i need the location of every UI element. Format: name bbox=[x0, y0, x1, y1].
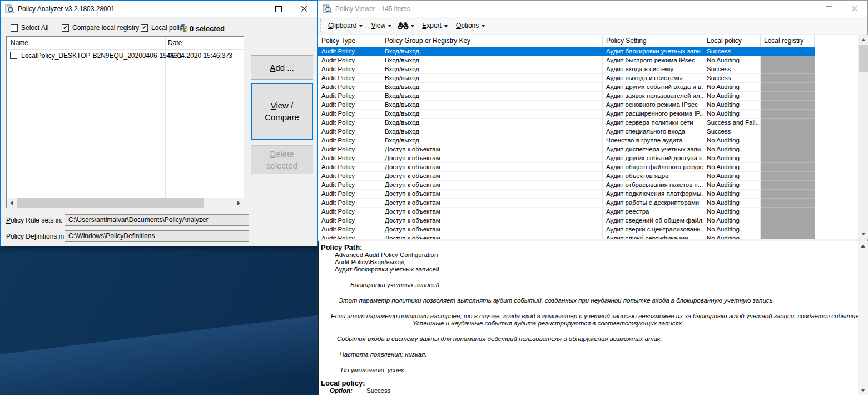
table-row[interactable]: Audit PolicyВход/выходАудит специального… bbox=[318, 127, 858, 136]
cell-type: Audit Policy bbox=[318, 216, 381, 225]
selected-count: 0 selected bbox=[190, 24, 225, 33]
view-menu[interactable]: View bbox=[368, 19, 396, 32]
name-column-header[interactable]: Name bbox=[11, 39, 28, 47]
cell-setting: Аудит специального входа bbox=[603, 127, 703, 136]
table-row[interactable]: Audit PolicyВход/выходАудит других событ… bbox=[318, 83, 858, 92]
cell-reg bbox=[761, 234, 815, 239]
policy-file-list[interactable]: Name Date LocalPolicy_DESKTOP-B2N9EQU_20… bbox=[6, 36, 244, 208]
scroll-up-button[interactable] bbox=[858, 241, 868, 251]
list-item[interactable]: LocalPolicy_DESKTOP-B2N9EQU_20200406-154… bbox=[7, 50, 244, 62]
table-row[interactable]: Audit PolicyДоступ к объектамАудит реест… bbox=[318, 208, 858, 216]
compare-local-registry-checkbox[interactable]: Compare local registry bbox=[62, 24, 139, 32]
table-row[interactable]: Audit PolicyДоступ к объектамАудит общег… bbox=[318, 163, 858, 172]
checkbox-box-checked[interactable] bbox=[141, 24, 148, 32]
cell-policy: Success bbox=[703, 74, 761, 83]
scrollbar-thumb[interactable] bbox=[859, 45, 868, 72]
detail-vertical-scrollbar[interactable] bbox=[858, 241, 868, 395]
cell-policy: Success bbox=[703, 127, 761, 136]
cell-setting: Аудит сведений об общем файл... bbox=[603, 216, 703, 225]
add-button[interactable]: Add ... bbox=[251, 55, 313, 80]
cell-type: Audit Policy bbox=[318, 119, 381, 127]
definitions-path-box[interactable]: C:\Windows\PolicyDefinitions bbox=[65, 230, 249, 242]
analyzer-titlebar[interactable]: Policy Analyzer v3.2.1803.28001 bbox=[1, 1, 317, 17]
definitions-field-row: Policy Definitions in: C:\Windows\Policy… bbox=[6, 230, 244, 242]
table-row[interactable]: Audit PolicyВход/выходАудит основного ре… bbox=[318, 101, 858, 110]
horizontal-scrollbar[interactable] bbox=[7, 198, 244, 208]
scroll-right-button[interactable] bbox=[234, 198, 244, 208]
date-column-header[interactable]: Date bbox=[168, 39, 182, 47]
clipboard-menu[interactable]: Clipboard bbox=[325, 19, 368, 32]
viewer-titlebar[interactable]: Policy Viewer - 145 items bbox=[318, 1, 867, 17]
detail-line: Этот параметр политики позволяет выполня… bbox=[321, 297, 857, 304]
cell-setting: Аудит входа в систему bbox=[603, 65, 703, 74]
table-row[interactable]: Audit PolicyДоступ к объектамАудит други… bbox=[318, 154, 858, 163]
rulesets-path-box[interactable]: C:\Users\antimalvar\Documents\PolicyAnal… bbox=[65, 214, 249, 226]
table-row[interactable]: Audit PolicyДоступ к объектамАудит отбра… bbox=[318, 181, 858, 190]
cell-policy: No Auditing bbox=[703, 163, 761, 172]
cell-group: Доступ к объектам bbox=[381, 225, 603, 234]
delete-selected-button[interactable]: Delete selected bbox=[251, 145, 313, 174]
scroll-down-button[interactable] bbox=[859, 229, 868, 239]
cell-reg bbox=[761, 225, 815, 234]
toolbar-grip[interactable] bbox=[320, 19, 321, 32]
table-row[interactable]: Audit PolicyДоступ к объектамАудит работ… bbox=[318, 199, 858, 208]
table-row[interactable]: Audit PolicyДоступ к объектамАудит сверк… bbox=[318, 225, 858, 234]
cell-group: Доступ к объектам bbox=[381, 145, 603, 154]
cell-group: Вход/выход bbox=[381, 74, 603, 83]
table-row[interactable]: Audit PolicyДоступ к объектамАудит сведе… bbox=[318, 216, 858, 225]
cell-type: Audit Policy bbox=[318, 208, 381, 216]
cell-group: Доступ к объектам bbox=[381, 181, 603, 190]
view-compare-button[interactable]: View / Compare bbox=[251, 83, 313, 140]
detail-line: Audit Policy\Вход/выход bbox=[321, 259, 857, 266]
cell-reg bbox=[761, 172, 815, 181]
header-policy-group[interactable]: Policy Group or Registry Key bbox=[381, 35, 603, 47]
table-row[interactable]: Audit PolicyВход/выходАудит сервера поли… bbox=[318, 119, 858, 127]
row-checkbox[interactable] bbox=[10, 52, 17, 59]
scroll-left-button[interactable] bbox=[7, 198, 16, 208]
checkbox-box-checked[interactable] bbox=[62, 24, 69, 32]
table-row[interactable]: Audit PolicyДоступ к объектамАудит объек… bbox=[318, 172, 858, 181]
minimize-button[interactable] bbox=[791, 1, 816, 17]
viewer-toolbar: Clipboard View Export Options bbox=[318, 17, 867, 34]
find-menu[interactable] bbox=[396, 21, 419, 31]
table-row[interactable]: Audit PolicyВход/выходАудит быстрого реж… bbox=[318, 56, 858, 65]
policy-table-body[interactable]: Audit PolicyВход/выходАудит блокировки у… bbox=[318, 47, 858, 239]
select-all-checkbox[interactable]: Select All bbox=[11, 24, 48, 32]
header-local-policy[interactable]: Local policy bbox=[703, 35, 761, 47]
export-menu[interactable]: Export bbox=[419, 19, 453, 32]
header-policy-setting[interactable]: Policy Setting bbox=[603, 35, 703, 47]
table-row[interactable]: Audit PolicyВход/выходАудит выхода из си… bbox=[318, 74, 858, 83]
cell-policy: No Auditing bbox=[703, 92, 761, 101]
detail-line: Если этот параметр политики настроен, то… bbox=[321, 313, 857, 320]
cell-setting: Аудит сервера политики сети bbox=[603, 119, 703, 127]
cell-setting: Аудит общего файлового ресурса bbox=[603, 163, 703, 172]
cell-reg bbox=[761, 145, 815, 154]
table-row[interactable]: Audit PolicyВход/выходАудит расширенного… bbox=[318, 110, 858, 119]
arrow-up-icon bbox=[861, 38, 866, 41]
scroll-down-button[interactable] bbox=[858, 386, 868, 395]
minimize-button[interactable] bbox=[240, 1, 266, 17]
cell-reg bbox=[761, 208, 815, 216]
checkbox-box[interactable] bbox=[11, 24, 18, 32]
table-vertical-scrollbar[interactable] bbox=[859, 35, 868, 239]
close-button[interactable] bbox=[842, 1, 867, 17]
header-policy-type[interactable]: Policy Type bbox=[318, 35, 381, 47]
definitions-label: Policy Definitions in: bbox=[6, 233, 66, 240]
table-row[interactable]: Audit PolicyДоступ к объектамАудит диспе… bbox=[318, 145, 858, 154]
maximize-button[interactable] bbox=[266, 1, 291, 17]
maximize-button[interactable] bbox=[816, 1, 842, 17]
table-row[interactable]: Audit PolicyВход/выходАудит блокировки у… bbox=[318, 47, 858, 56]
table-row[interactable]: Audit PolicyДоступ к объектамАудит служб… bbox=[318, 234, 858, 239]
close-button[interactable] bbox=[291, 1, 317, 17]
table-row[interactable]: Audit PolicyВход/выходАудит входа в сист… bbox=[318, 65, 858, 74]
policy-table-header: Policy Type Policy Group or Registry Key… bbox=[318, 35, 858, 47]
header-local-registry[interactable]: Local registry bbox=[761, 35, 815, 47]
table-row[interactable]: Audit PolicyДоступ к объектамАудит подкл… bbox=[318, 190, 858, 199]
scroll-up-button[interactable] bbox=[859, 35, 868, 45]
scrollbar-thumb[interactable] bbox=[17, 198, 204, 208]
cell-type: Audit Policy bbox=[318, 172, 381, 181]
table-row[interactable]: Audit PolicyВход/выходЧленство в группе … bbox=[318, 136, 858, 145]
options-menu[interactable]: Options bbox=[453, 19, 490, 32]
cell-type: Audit Policy bbox=[318, 47, 381, 56]
table-row[interactable]: Audit PolicyВход/выходАудит заявок польз… bbox=[318, 92, 858, 101]
